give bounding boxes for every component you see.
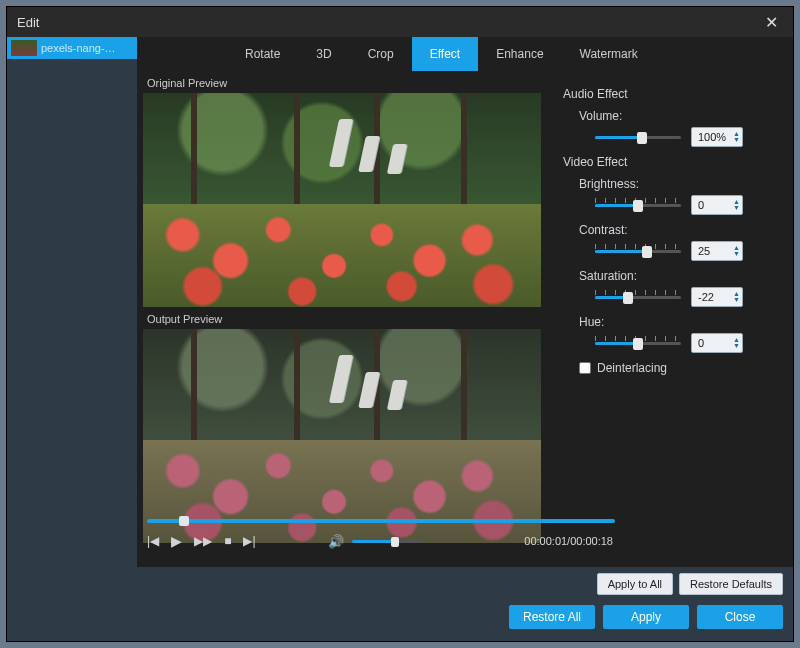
time-display: 00:00:01/00:00:18: [524, 535, 613, 547]
apply-to-all-button[interactable]: Apply to All: [597, 573, 673, 595]
hue-spinner[interactable]: 0▲▼: [691, 333, 743, 353]
spinner-arrows-icon[interactable]: ▲▼: [733, 131, 740, 143]
contrast-label: Contrast:: [579, 223, 779, 237]
hue-slider[interactable]: [595, 336, 681, 350]
deinterlacing-label: Deinterlacing: [597, 361, 667, 375]
contrast-slider[interactable]: [595, 244, 681, 258]
seek-slider[interactable]: [147, 515, 783, 525]
brightness-spinner[interactable]: 0▲▼: [691, 195, 743, 215]
spinner-arrows-icon[interactable]: ▲▼: [733, 199, 740, 211]
window-title: Edit: [17, 15, 759, 30]
output-preview-label: Output Preview: [143, 307, 545, 329]
spinner-arrows-icon[interactable]: ▲▼: [733, 245, 740, 257]
apply-button[interactable]: Apply: [603, 605, 689, 629]
close-button[interactable]: Close: [697, 605, 783, 629]
audio-section-title: Audio Effect: [563, 87, 779, 101]
restore-all-button[interactable]: Restore All: [509, 605, 595, 629]
volume-icon[interactable]: 🔊: [328, 534, 344, 549]
tab-3d[interactable]: 3D: [298, 37, 349, 71]
checkbox-icon[interactable]: [579, 362, 591, 374]
play-button[interactable]: ▶: [171, 533, 182, 549]
stop-button[interactable]: ■: [224, 534, 231, 548]
file-sidebar: pexels-nang-…: [7, 37, 137, 641]
edit-window: Edit ✕ pexels-nang-… Rotate3DCropEffectE…: [6, 6, 794, 642]
restore-defaults-button[interactable]: Restore Defaults: [679, 573, 783, 595]
contrast-value: 25: [698, 245, 710, 257]
saturation-value: -22: [698, 291, 714, 303]
next-frame-button[interactable]: ▶|: [243, 534, 255, 548]
spinner-arrows-icon[interactable]: ▲▼: [733, 337, 740, 349]
original-preview[interactable]: [143, 93, 541, 307]
brightness-label: Brightness:: [579, 177, 779, 191]
fast-forward-button[interactable]: ▶▶: [194, 534, 212, 548]
original-preview-label: Original Preview: [143, 71, 545, 93]
tab-crop[interactable]: Crop: [350, 37, 412, 71]
hue-value: 0: [698, 337, 704, 349]
playback-bar: |◀ ▶ ▶▶ ■ ▶| 🔊 00:00:01/00:00:18: [147, 515, 783, 563]
close-icon[interactable]: ✕: [759, 13, 783, 32]
output-preview[interactable]: [143, 329, 541, 543]
volume-spinner[interactable]: 100% ▲▼: [691, 127, 743, 147]
tab-effect[interactable]: Effect: [412, 37, 478, 71]
file-thumbnail: [11, 40, 37, 56]
saturation-spinner[interactable]: -22▲▼: [691, 287, 743, 307]
brightness-value: 0: [698, 199, 704, 211]
prev-frame-button[interactable]: |◀: [147, 534, 159, 548]
deinterlacing-checkbox[interactable]: Deinterlacing: [579, 361, 779, 375]
tab-bar: Rotate3DCropEffectEnhanceWatermark: [137, 37, 793, 71]
contrast-spinner[interactable]: 25▲▼: [691, 241, 743, 261]
volume-label: Volume:: [579, 109, 779, 123]
video-section-title: Video Effect: [563, 155, 779, 169]
volume-slider[interactable]: [595, 130, 681, 144]
spinner-arrows-icon[interactable]: ▲▼: [733, 291, 740, 303]
hue-label: Hue:: [579, 315, 779, 329]
file-name: pexels-nang-…: [41, 42, 116, 54]
saturation-label: Saturation:: [579, 269, 779, 283]
playback-volume-slider[interactable]: [352, 535, 424, 547]
titlebar: Edit ✕: [7, 7, 793, 37]
tab-enhance[interactable]: Enhance: [478, 37, 561, 71]
file-item[interactable]: pexels-nang-…: [7, 37, 137, 59]
tab-watermark[interactable]: Watermark: [562, 37, 656, 71]
volume-value: 100%: [698, 131, 726, 143]
brightness-slider[interactable]: [595, 198, 681, 212]
tab-rotate[interactable]: Rotate: [227, 37, 298, 71]
saturation-slider[interactable]: [595, 290, 681, 304]
